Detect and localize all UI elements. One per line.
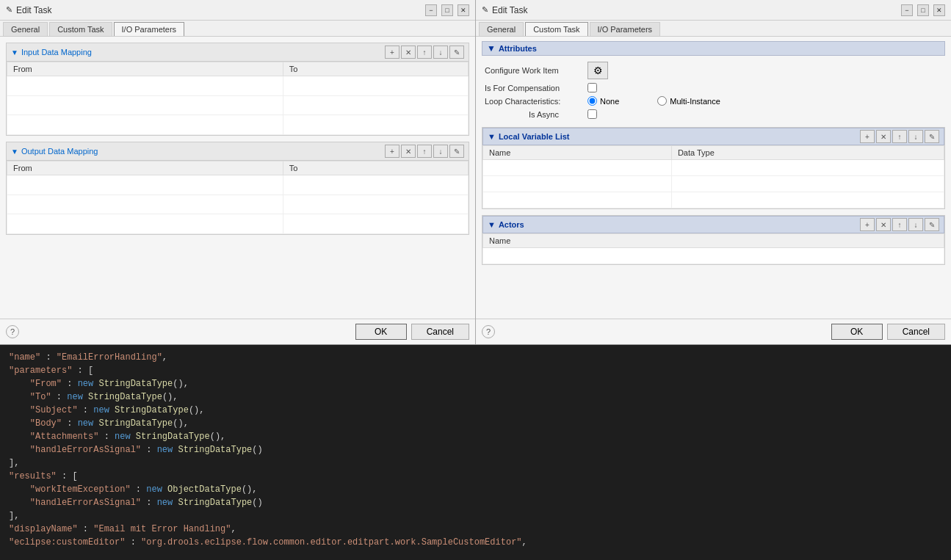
right-title-text: Edit Task [492, 5, 527, 15]
left-close-btn[interactable]: ✕ [458, 4, 469, 16]
left-tab-custom-task[interactable]: Custom Task [49, 22, 112, 36]
input-up-btn[interactable]: ↑ [417, 46, 432, 59]
input-empty-row3-to [283, 115, 468, 135]
output-up-btn[interactable]: ↑ [417, 145, 432, 158]
output-edit-btn[interactable]: ✎ [449, 145, 464, 158]
right-tab-io-parameters[interactable]: I/O Parameters [590, 22, 661, 36]
actors-up-btn[interactable]: ↑ [892, 218, 907, 231]
code-area: "name" : "EmailErrorHandling", "paramete… [0, 345, 951, 560]
left-panel-footer: ? OK Cancel [0, 319, 475, 344]
output-mapping-table: From To [7, 161, 469, 234]
left-tab-io-parameters[interactable]: I/O Parameters [114, 22, 185, 36]
actors-add-btn[interactable]: + [860, 218, 875, 231]
local-var-col-name: Name [483, 146, 672, 160]
actors-section: ▼ Actors + ✕ ↑ ↓ ✎ Name [482, 215, 945, 265]
right-cancel-button[interactable]: Cancel [887, 324, 945, 340]
loop-multi-radio[interactable] [657, 96, 667, 106]
output-mapping-toolbar: + ✕ ↑ ↓ ✎ [385, 145, 464, 158]
input-edit-btn[interactable]: ✎ [449, 46, 464, 59]
actors-down-btn[interactable]: ↓ [908, 218, 923, 231]
code-line-5: "Subject" : new StringDataType(), [9, 404, 942, 417]
output-empty-row2-to [283, 194, 468, 214]
input-mapping-body [7, 76, 469, 135]
right-footer-left: ? [482, 324, 827, 340]
is-for-compensation-label: Is For Compensation [485, 84, 587, 92]
configure-work-item-row: Configure Work Item ⚙ [482, 62, 945, 79]
left-tabs-bar: General Custom Task I/O Parameters [0, 21, 475, 37]
actors-edit-btn[interactable]: ✎ [925, 218, 939, 231]
code-line-15: "eclipse:customEditor" : "org.drools.ecl… [9, 536, 942, 549]
right-ok-button[interactable]: OK [831, 324, 883, 340]
input-empty-row-from [7, 76, 283, 96]
loop-multi-option[interactable]: Multi-Instance [657, 96, 720, 106]
code-line-6: "Body" : new StringDataType(), [9, 417, 942, 430]
local-var-table: Name Data Type [482, 145, 944, 208]
local-var-up-btn[interactable]: ↑ [892, 130, 907, 143]
left-help-icon[interactable]: ? [6, 325, 19, 338]
right-minimize-btn[interactable]: − [901, 4, 913, 16]
left-ok-button[interactable]: OK [355, 324, 407, 340]
loop-multi-label: Multi-Instance [670, 97, 720, 106]
actors-arrow: ▼ [488, 220, 496, 229]
local-var-body [483, 160, 944, 208]
input-add-btn[interactable]: + [385, 46, 399, 59]
right-tabs-bar: General Custom Task I/O Parameters [476, 21, 951, 37]
left-minimize-btn[interactable]: − [425, 4, 437, 16]
local-var-edit-btn[interactable]: ✎ [925, 130, 939, 143]
left-window-title: ✎ Edit Task [6, 5, 51, 15]
input-mapping-table: From To [7, 62, 469, 135]
loop-characteristics-label: Loop Characteristics: [485, 97, 587, 106]
is-async-checkbox[interactable] [587, 109, 597, 119]
lv-empty-row3-name [483, 192, 672, 208]
local-var-header: ▼ Local Variable List + ✕ ↑ ↓ ✎ [482, 128, 944, 145]
local-var-delete-btn[interactable]: ✕ [876, 130, 891, 143]
output-add-btn[interactable]: + [385, 145, 399, 158]
configure-work-item-button[interactable]: ⚙ [587, 62, 608, 79]
right-close-btn[interactable]: ✕ [933, 4, 945, 16]
is-async-value [587, 109, 597, 119]
output-empty-row-from [7, 175, 283, 195]
input-delete-btn[interactable]: ✕ [401, 46, 416, 59]
output-mapping-header: ▼ Output Data Mapping + ✕ ↑ ↓ ✎ [7, 142, 469, 161]
actors-title-text: Actors [499, 220, 524, 229]
attributes-section: ▼ Attributes Configure Work Item ⚙ Is Fo… [476, 37, 951, 127]
actors-title: ▼ Actors [488, 220, 524, 229]
left-maximize-btn[interactable]: □ [441, 4, 453, 16]
right-tab-custom-task[interactable]: Custom Task [525, 22, 587, 36]
input-empty-row3-from [7, 115, 283, 135]
local-var-toolbar: + ✕ ↑ ↓ ✎ [860, 130, 939, 143]
local-var-arrow: ▼ [488, 132, 496, 141]
input-col-to: To [283, 62, 468, 76]
is-async-row: Is Async [482, 109, 945, 119]
is-for-compensation-checkbox[interactable] [587, 83, 597, 92]
loop-none-option[interactable]: None [587, 96, 619, 106]
output-mapping-body [7, 175, 469, 234]
local-var-down-btn[interactable]: ↓ [908, 130, 923, 143]
code-line-3: "From" : new StringDataType(), [9, 377, 942, 390]
output-down-btn[interactable]: ↓ [433, 145, 448, 158]
right-panel-footer: ? OK Cancel [476, 319, 951, 344]
configure-work-item-label: Configure Work Item [485, 66, 587, 75]
right-titlebar: ✎ Edit Task − □ ✕ [476, 0, 951, 21]
left-cancel-button[interactable]: Cancel [411, 324, 469, 340]
lv-empty-row2-type [671, 176, 944, 192]
code-line-13: ], [9, 509, 942, 523]
right-help-icon[interactable]: ? [482, 325, 495, 338]
right-maximize-btn[interactable]: □ [917, 4, 929, 16]
actors-header: ▼ Actors + ✕ ↑ ↓ ✎ [482, 216, 944, 233]
input-mapping-arrow: ▼ [11, 48, 18, 57]
left-footer-left: ? [6, 324, 351, 340]
left-title-text: Edit Task [16, 5, 51, 15]
left-tab-general[interactable]: General [3, 22, 48, 36]
output-delete-btn[interactable]: ✕ [401, 145, 416, 158]
input-down-btn[interactable]: ↓ [433, 46, 448, 59]
actors-delete-btn[interactable]: ✕ [876, 218, 891, 231]
local-variable-list-section: ▼ Local Variable List + ✕ ↑ ↓ ✎ Name Dat… [482, 127, 945, 209]
right-tab-general[interactable]: General [479, 22, 524, 36]
code-line-11: "workItemException" : new ObjectDataType… [9, 483, 942, 496]
right-window-title: ✎ Edit Task [482, 5, 527, 15]
input-mapping-toolbar: + ✕ ↑ ↓ ✎ [385, 46, 464, 59]
loop-characteristics-radio-group: None Multi-Instance [587, 96, 720, 106]
local-var-add-btn[interactable]: + [860, 130, 875, 143]
loop-none-radio[interactable] [587, 96, 597, 106]
